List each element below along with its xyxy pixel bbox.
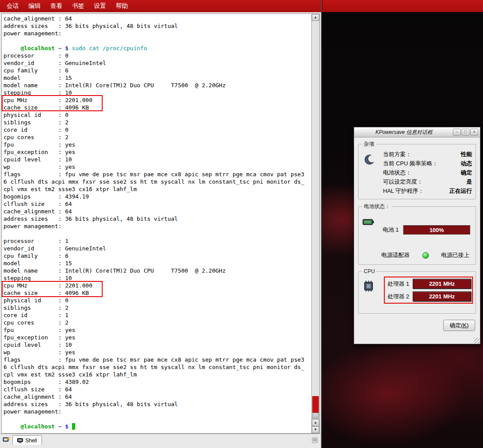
info-label: 可以设定亮度：	[383, 177, 423, 186]
terminal-line: cpuid level : 10	[3, 341, 311, 349]
info-row: 当前方案：性能	[383, 150, 472, 159]
terminal-line: model : 15	[3, 260, 311, 267]
cpu-rows: 处理器 12201 MHz处理器 22201 MHz	[387, 279, 471, 301]
terminal-line: clflush size : 64	[3, 200, 311, 208]
session-tab-bar: Shell	[0, 434, 321, 445]
terminal-line: cpl vmx est tm2 ssse3 cx16 xtpr lahf_lm	[3, 371, 311, 378]
info-value: 性能	[461, 150, 472, 159]
new-session-button[interactable]	[1, 435, 11, 445]
info-value: 是	[466, 177, 472, 186]
info-label: 当前方案：	[383, 150, 411, 159]
terminal-line: siblings : 2	[3, 304, 311, 311]
session-list-icon	[312, 437, 318, 443]
terminal-line: cache_alignment : 64	[3, 393, 311, 400]
terminal-line	[3, 415, 311, 423]
cpu-group: CPU 处理器 12201 MHz处理器 22201 MHz	[358, 268, 476, 314]
terminal-line: cpu family : 6	[3, 252, 311, 260]
terminal-line: bogomips : 4389.02	[3, 378, 311, 386]
terminal-line: fpu_exception : yes	[3, 334, 311, 341]
battery-group-legend: 电池状态：	[362, 203, 392, 210]
battery-row: 电池 1 100%	[380, 225, 470, 235]
dialog-titlebar[interactable]: KPowersave 信息对话框 − □ ×	[354, 127, 480, 137]
info-row: 电池状态：确定	[383, 168, 472, 177]
terminal-line	[3, 230, 311, 237]
scroll-step-up-button[interactable]: ▲	[312, 419, 319, 426]
info-label: 当前 CPU 频率策略：	[383, 159, 438, 168]
ac-adapter-row: 电源适配器 电源已接上	[381, 251, 469, 259]
menu-settings[interactable]: 设置	[89, 0, 111, 12]
minimize-button[interactable]: −	[453, 129, 461, 136]
info-value: 动态	[461, 159, 472, 168]
ok-button[interactable]: 确定(K)	[443, 320, 475, 331]
resize-grip[interactable]	[474, 338, 480, 343]
cpu-rows-wrap: 处理器 12201 MHz处理器 22201 MHz	[387, 279, 471, 301]
kpowersave-dialog: KPowersave 信息对话框 − □ × 杂项 当前方案：性能当前 CPU …	[354, 127, 480, 344]
scroll-up-icon: ▲	[314, 421, 317, 424]
scroll-down-icon: ▼	[314, 427, 317, 431]
tab-label: Shell	[25, 438, 37, 444]
cpu-row: 处理器 12201 MHz	[387, 279, 471, 289]
terminal-line: address sizes : 36 bits physical, 48 bit…	[3, 400, 311, 408]
desktop-background: KPowersave 信息对话框 − □ × 杂项 当前方案：性能当前 CPU …	[322, 0, 483, 448]
cpu-icon	[362, 280, 375, 293]
terminal-line: model name : Intel(R) Core(TM)2 Duo CPU …	[3, 82, 311, 89]
menu-view[interactable]: 查看	[45, 0, 67, 12]
scroll-up-button[interactable]: ▲	[312, 14, 319, 21]
terminal-line: power management:	[3, 408, 311, 415]
dialog-button-row: 确定(K)	[358, 317, 476, 334]
terminal-line: clflush size : 64	[3, 386, 311, 393]
shell-tab-icon	[17, 438, 23, 443]
close-icon: ×	[473, 130, 475, 134]
cpu-group-legend: CPU	[362, 268, 376, 274]
terminal-line: fpu : yes	[3, 326, 311, 334]
menu-bookmarks[interactable]: 书签	[67, 0, 89, 12]
info-row: 当前 CPU 频率策略：动态	[383, 159, 472, 168]
cpu-frequency-bar: 2201 MHz	[413, 291, 471, 301]
terminal-line: cache_alignment : 64	[3, 208, 311, 215]
top-red-strip	[322, 0, 483, 12]
menu-session[interactable]: 会话	[2, 0, 24, 12]
tab-shell[interactable]: Shell	[12, 435, 42, 445]
terminal-line: cpu family : 6	[3, 67, 311, 74]
info-value: 正在运行	[449, 186, 472, 195]
terminal-scrollbar[interactable]: ▲ ▲ ▼	[311, 14, 319, 433]
terminal-frame: cache_alignment : 64address sizes : 36 b…	[1, 14, 320, 434]
session-list-button[interactable]	[310, 435, 320, 445]
terminal-line: power management:	[3, 222, 311, 230]
battery-icon	[362, 215, 375, 229]
kpowersave-icon	[362, 153, 375, 166]
scroll-thumb[interactable]	[312, 413, 319, 419]
dialog-title: KPowersave 信息对话框	[356, 129, 452, 136]
menu-help[interactable]: 帮助	[111, 0, 133, 12]
terminal-line: cpuid level : 10	[3, 156, 311, 163]
terminal-line: cache size : 4096 KB	[3, 104, 311, 111]
terminal-line: cpu MHz : 2201.000	[3, 96, 311, 104]
terminal-line: wp : yes	[3, 349, 311, 356]
minimize-icon: −	[455, 130, 458, 134]
terminal-line: cache size : 4096 KB	[3, 289, 311, 297]
processor-label: 处理器 2	[387, 293, 409, 301]
ac-led-indicator	[422, 252, 429, 259]
close-button[interactable]: ×	[470, 129, 478, 136]
info-row: 可以设定亮度：是	[383, 177, 472, 186]
terminal-line: @localhost ~ $	[3, 423, 311, 430]
cpu-frequency-bar: 2201 MHz	[413, 279, 471, 289]
cpu-row: 处理器 22201 MHz	[387, 291, 471, 301]
terminal-line: flags : fpu vme de pse tsc msr pae mce c…	[3, 356, 311, 363]
terminal-output[interactable]: cache_alignment : 64address sizes : 36 b…	[2, 14, 311, 433]
info-label: HAL 守护程序：	[383, 186, 424, 195]
terminal-line: physical id : 0	[3, 297, 311, 304]
scroll-down-button[interactable]: ▼	[312, 426, 319, 433]
terminal-line: fpu : yes	[3, 141, 311, 148]
terminal-line: vendor_id : GenuineIntel	[3, 245, 311, 252]
terminal-line: processor : 1	[3, 237, 311, 245]
scroll-history-marker	[312, 396, 319, 413]
terminal-line: model name : Intel(R) Core(TM)2 Duo CPU …	[3, 267, 311, 274]
terminal-line: cpl vmx est tm2 ssse3 cx16 xtpr lahf_lm	[3, 185, 311, 193]
window-bottom-frame	[0, 445, 321, 448]
maximize-button[interactable]: □	[462, 129, 469, 136]
menu-edit[interactable]: 编辑	[24, 0, 45, 12]
terminal-line: siblings : 2	[3, 119, 311, 126]
terminal-line: fpu_exception : yes	[3, 148, 311, 156]
terminal-line: 6 clflush dts acpi mmx fxsr sse sse2 ss …	[3, 363, 311, 371]
